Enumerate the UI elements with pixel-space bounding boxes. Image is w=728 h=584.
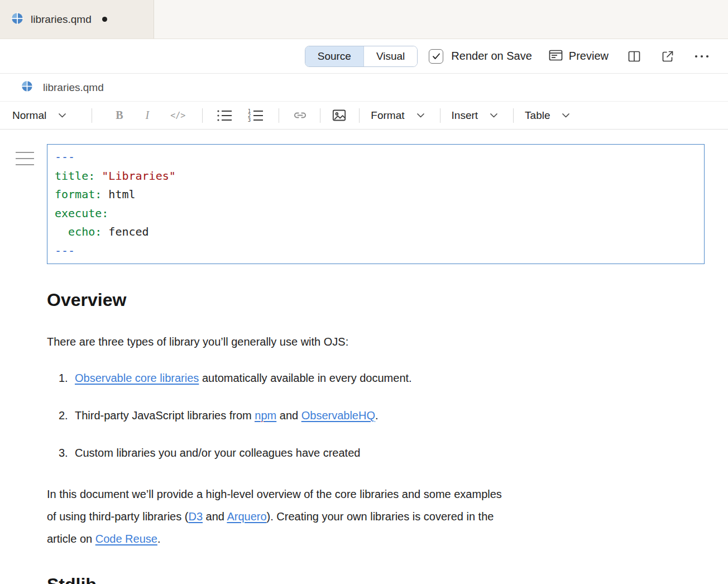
list-item: 2.Third-party JavaScript libraries from … [59, 408, 705, 423]
editor-mode-toggle: Source Visual [305, 46, 418, 67]
preview-icon [549, 49, 563, 64]
yaml-line: format: html [55, 185, 697, 204]
table-menu-dropdown[interactable]: Table [525, 109, 569, 122]
render-on-save-checkbox[interactable] [429, 49, 443, 64]
text-run: . [375, 409, 379, 422]
inline-link[interactable]: Arquero [227, 510, 266, 523]
open-external-button[interactable] [661, 50, 674, 63]
intro-paragraph: There are three types of library you’ll … [47, 334, 705, 350]
code-button[interactable]: </> [170, 111, 185, 121]
breadcrumb: libraries.qmd [0, 74, 728, 101]
insert-menu-dropdown[interactable]: Insert [452, 109, 498, 122]
format-menu-label: Format [371, 109, 404, 122]
list-marker: 2. [59, 408, 75, 423]
image-button[interactable] [332, 108, 347, 123]
text-run: In this document we’ll provide a high-le… [47, 488, 502, 500]
chevron-down-icon [562, 113, 569, 118]
visual-mode-button[interactable]: Visual [364, 46, 417, 66]
yaml-line: --- [55, 148, 697, 167]
drag-handle-icon[interactable] [16, 152, 34, 170]
tab-title: libraries.qmd [31, 13, 92, 26]
paragraph-style-dropdown[interactable]: Normal [12, 109, 66, 122]
render-on-save-group: Render on Save [429, 49, 532, 64]
list-item-text: Custom libraries you and/or your colleag… [75, 446, 360, 461]
list-marker: 3. [59, 446, 75, 461]
toolbar-divider [202, 108, 203, 123]
quarto-file-icon-small [21, 80, 33, 94]
chevron-down-icon [417, 113, 424, 118]
inline-link[interactable]: D3 [188, 510, 203, 523]
editor-action-bar: Source Visual Render on Save Preview [0, 39, 728, 74]
link-icon [293, 108, 308, 123]
quarto-file-icon [11, 12, 23, 27]
yaml-line: --- [55, 242, 697, 261]
checkbox-check [432, 53, 440, 60]
list-item-text: Observable core libraries automatically … [75, 371, 412, 386]
more-actions-button[interactable] [695, 55, 709, 58]
breadcrumb-filename[interactable]: libraries.qmd [43, 82, 104, 94]
split-editor-icon [628, 50, 641, 63]
text-run: and [276, 409, 301, 422]
chevron-down-icon [59, 113, 66, 118]
ordered-list-button[interactable]: 1 2 3 [247, 108, 264, 123]
paragraph-line: article on Code Reuse. [47, 528, 705, 550]
bullet-list-button[interactable] [216, 108, 233, 123]
text-run: of using third-party libraries ( [47, 510, 188, 523]
inline-link[interactable]: Observable core libraries [75, 372, 199, 384]
tab-bar: libraries.qmd [0, 0, 728, 39]
render-on-save-label: Render on Save [451, 50, 532, 63]
text-run: ). Creating your own libraries is covere… [267, 510, 494, 523]
closing-paragraph: In this document we’ll provide a high-le… [47, 483, 705, 550]
text-run: Third-party JavaScript libraries from [75, 409, 255, 422]
ellipsis-icon [695, 55, 709, 58]
yaml-line: title: "Libraries" [55, 167, 697, 186]
source-mode-button[interactable]: Source [305, 46, 364, 66]
ordered-list-icon: 1 2 3 [247, 108, 264, 123]
open-external-icon [661, 50, 674, 63]
toolbar-divider [92, 108, 92, 123]
formatting-toolbar: Normal B I </> 1 2 3 [0, 101, 728, 130]
image-icon [332, 108, 347, 123]
ordered-list: 1.Observable core libraries automaticall… [47, 371, 705, 461]
inline-link[interactable]: npm [255, 409, 276, 422]
yaml-line: execute: [55, 204, 697, 223]
paragraph-style-label: Normal [12, 109, 46, 122]
inline-link[interactable]: Code Reuse [95, 533, 157, 545]
paragraph-line: In this document we’ll provide a high-le… [47, 483, 705, 505]
italic-button[interactable]: I [146, 109, 150, 122]
format-menu-dropdown[interactable]: Format [371, 109, 424, 122]
table-menu-label: Table [525, 109, 550, 122]
list-marker: 1. [59, 371, 75, 386]
text-run: automatically available in every documen… [199, 372, 411, 384]
tab-libraries-qmd[interactable]: libraries.qmd [0, 0, 154, 39]
yaml-block[interactable]: ---title: "Libraries"format: htmlexecute… [47, 144, 705, 264]
yaml-line: echo: fenced [55, 223, 697, 242]
visual-editor-canvas[interactable]: ---title: "Libraries"format: htmlexecute… [0, 130, 728, 584]
text-run: Custom libraries you and/or your colleag… [75, 447, 360, 459]
heading-overview: Overview [47, 289, 705, 311]
quarto-editor-window: { "window": { "tab_title": "libraries.qm… [0, 0, 728, 584]
text-run: and [203, 510, 227, 523]
list-item: 1.Observable core libraries automaticall… [59, 371, 705, 386]
text-run: . [157, 533, 161, 545]
paragraph-line: of using third-party libraries (D3 and A… [47, 505, 705, 528]
svg-text:3: 3 [248, 117, 251, 123]
text-run: article on [47, 533, 95, 545]
toolbar-divider [359, 108, 360, 123]
preview-label: Preview [569, 50, 609, 63]
list-item-text: Third-party JavaScript libraries from np… [75, 408, 379, 423]
chevron-down-icon [490, 113, 497, 118]
list-item: 3.Custom libraries you and/or your colle… [59, 446, 705, 461]
toolbar-divider [320, 108, 320, 123]
inline-link[interactable]: ObservableHQ [301, 409, 375, 422]
link-button[interactable] [293, 108, 308, 123]
bullet-list-icon [216, 108, 233, 123]
preview-button[interactable]: Preview [549, 49, 609, 64]
toolbar-divider [279, 108, 279, 123]
split-editor-button[interactable] [628, 50, 641, 63]
modified-dot [102, 17, 107, 22]
bold-button[interactable]: B [116, 109, 123, 122]
toolbar-divider [440, 108, 440, 123]
heading-stdlib: Stdlib [47, 573, 705, 584]
toolbar-divider [513, 108, 514, 123]
